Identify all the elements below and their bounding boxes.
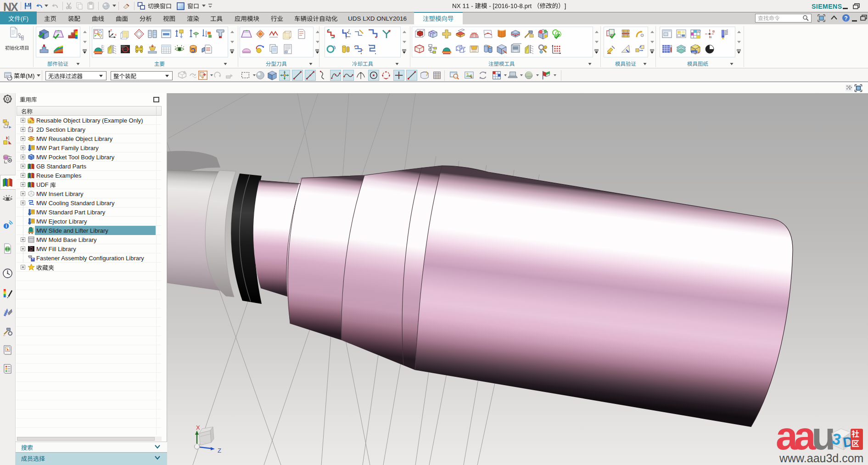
svg-text:z: z <box>348 28 350 31</box>
svg-text:XY: XY <box>697 30 701 33</box>
svg-text:aa: aa <box>777 425 817 453</box>
svg-text:?: ? <box>844 15 847 22</box>
svg-text:X: X <box>196 424 200 431</box>
svg-text:0: 0 <box>710 36 712 39</box>
svg-text:Z: Z <box>218 447 221 454</box>
svg-text:x: x <box>350 32 351 35</box>
svg-text:i: i <box>6 223 7 229</box>
svg-text:ABC: ABC <box>692 51 697 54</box>
svg-text:X: X <box>115 34 117 36</box>
svg-text:Z: Z <box>110 29 112 32</box>
svg-text:I: I <box>32 128 34 133</box>
